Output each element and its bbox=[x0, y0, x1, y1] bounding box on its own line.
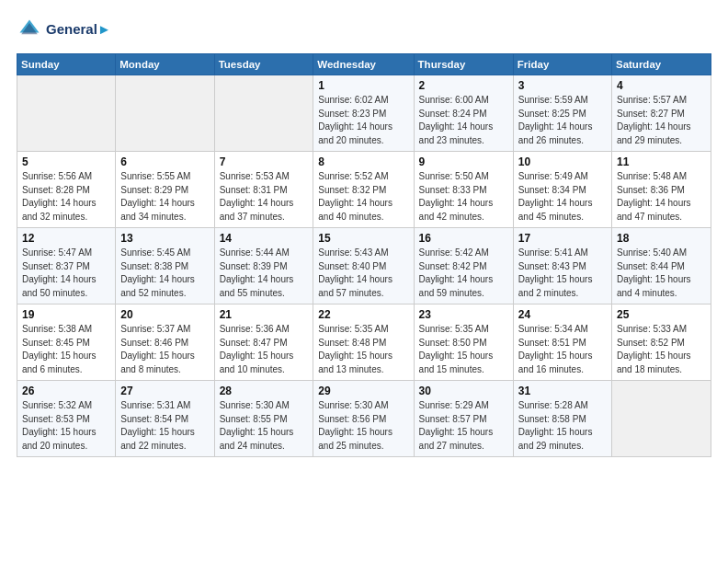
day-info: Sunrise: 5:30 AMSunset: 8:56 PMDaylight:… bbox=[318, 399, 408, 453]
calendar-week-1: 1Sunrise: 6:02 AMSunset: 8:23 PMDaylight… bbox=[17, 75, 711, 152]
day-info: Sunrise: 5:35 AMSunset: 8:50 PMDaylight:… bbox=[419, 323, 508, 376]
calendar-cell: 1Sunrise: 6:02 AMSunset: 8:23 PMDaylight… bbox=[313, 75, 414, 152]
day-number: 20 bbox=[120, 308, 209, 321]
day-info: Sunrise: 5:34 AMSunset: 8:51 PMDaylight:… bbox=[518, 323, 607, 376]
calendar-cell bbox=[214, 75, 313, 152]
day-number: 5 bbox=[22, 155, 110, 168]
day-number: 23 bbox=[419, 308, 508, 321]
calendar-week-2: 5Sunrise: 5:56 AMSunset: 8:28 PMDaylight… bbox=[17, 152, 711, 228]
calendar-cell: 8Sunrise: 5:52 AMSunset: 8:32 PMDaylight… bbox=[313, 152, 414, 228]
calendar-cell: 21Sunrise: 5:36 AMSunset: 8:47 PMDayligh… bbox=[214, 304, 313, 381]
calendar-cell: 6Sunrise: 5:55 AMSunset: 8:29 PMDaylight… bbox=[116, 152, 214, 228]
calendar-cell bbox=[611, 381, 711, 457]
day-info: Sunrise: 5:56 AMSunset: 8:28 PMDaylight:… bbox=[22, 170, 110, 224]
day-info: Sunrise: 5:32 AMSunset: 8:53 PMDaylight:… bbox=[22, 399, 110, 453]
day-number: 29 bbox=[318, 385, 408, 397]
day-number: 13 bbox=[120, 232, 209, 245]
calendar-week-5: 26Sunrise: 5:32 AMSunset: 8:53 PMDayligh… bbox=[17, 381, 711, 457]
calendar-week-3: 12Sunrise: 5:47 AMSunset: 8:37 PMDayligh… bbox=[17, 228, 711, 304]
logo-text: General► bbox=[46, 22, 111, 38]
calendar-cell bbox=[17, 75, 116, 152]
calendar-cell: 22Sunrise: 5:35 AMSunset: 8:48 PMDayligh… bbox=[313, 304, 414, 381]
weekday-header-saturday: Saturday bbox=[611, 54, 711, 75]
calendar-cell: 24Sunrise: 5:34 AMSunset: 8:51 PMDayligh… bbox=[513, 304, 611, 381]
day-number: 1 bbox=[318, 79, 408, 92]
day-info: Sunrise: 5:50 AMSunset: 8:33 PMDaylight:… bbox=[419, 170, 508, 224]
day-info: Sunrise: 5:53 AMSunset: 8:31 PMDaylight:… bbox=[220, 170, 309, 224]
calendar-cell: 3Sunrise: 5:59 AMSunset: 8:25 PMDaylight… bbox=[513, 75, 611, 152]
day-info: Sunrise: 5:55 AMSunset: 8:29 PMDaylight:… bbox=[120, 170, 209, 224]
day-number: 18 bbox=[617, 232, 706, 245]
day-info: Sunrise: 5:41 AMSunset: 8:43 PMDaylight:… bbox=[518, 247, 607, 300]
calendar-cell: 31Sunrise: 5:28 AMSunset: 8:58 PMDayligh… bbox=[513, 381, 611, 457]
day-info: Sunrise: 5:45 AMSunset: 8:38 PMDaylight:… bbox=[120, 247, 209, 300]
day-info: Sunrise: 5:44 AMSunset: 8:39 PMDaylight:… bbox=[220, 247, 309, 300]
day-number: 2 bbox=[419, 79, 508, 92]
day-number: 15 bbox=[318, 232, 408, 245]
calendar-cell: 13Sunrise: 5:45 AMSunset: 8:38 PMDayligh… bbox=[116, 228, 214, 304]
weekday-header-wednesday: Wednesday bbox=[313, 54, 414, 75]
weekday-header-tuesday: Tuesday bbox=[214, 54, 313, 75]
calendar-cell bbox=[116, 75, 214, 152]
calendar-cell: 7Sunrise: 5:53 AMSunset: 8:31 PMDaylight… bbox=[214, 152, 313, 228]
day-number: 6 bbox=[120, 155, 209, 168]
calendar-cell: 30Sunrise: 5:29 AMSunset: 8:57 PMDayligh… bbox=[414, 381, 513, 457]
calendar-cell: 4Sunrise: 5:57 AMSunset: 8:27 PMDaylight… bbox=[611, 75, 711, 152]
calendar-cell: 10Sunrise: 5:49 AMSunset: 8:34 PMDayligh… bbox=[513, 152, 611, 228]
calendar-table: SundayMondayTuesdayWednesdayThursdayFrid… bbox=[17, 53, 711, 457]
day-info: Sunrise: 5:57 AMSunset: 8:27 PMDaylight:… bbox=[617, 94, 706, 147]
day-info: Sunrise: 5:36 AMSunset: 8:47 PMDaylight:… bbox=[220, 323, 309, 376]
weekday-header-thursday: Thursday bbox=[414, 54, 513, 75]
day-number: 31 bbox=[518, 385, 607, 397]
calendar-cell: 12Sunrise: 5:47 AMSunset: 8:37 PMDayligh… bbox=[17, 228, 116, 304]
day-number: 10 bbox=[518, 155, 607, 168]
calendar-cell: 25Sunrise: 5:33 AMSunset: 8:52 PMDayligh… bbox=[611, 304, 711, 381]
logo-icon bbox=[17, 17, 42, 42]
day-number: 24 bbox=[518, 308, 607, 321]
day-info: Sunrise: 5:33 AMSunset: 8:52 PMDaylight:… bbox=[617, 323, 706, 376]
calendar-header-row: SundayMondayTuesdayWednesdayThursdayFrid… bbox=[17, 54, 711, 75]
day-number: 30 bbox=[419, 385, 508, 397]
calendar-cell: 20Sunrise: 5:37 AMSunset: 8:46 PMDayligh… bbox=[116, 304, 214, 381]
day-info: Sunrise: 5:38 AMSunset: 8:45 PMDaylight:… bbox=[22, 323, 110, 376]
day-number: 12 bbox=[22, 232, 110, 245]
day-info: Sunrise: 5:49 AMSunset: 8:34 PMDaylight:… bbox=[518, 170, 607, 224]
day-info: Sunrise: 5:31 AMSunset: 8:54 PMDaylight:… bbox=[120, 399, 209, 453]
day-number: 21 bbox=[220, 308, 309, 321]
weekday-header-friday: Friday bbox=[513, 54, 611, 75]
calendar-cell: 19Sunrise: 5:38 AMSunset: 8:45 PMDayligh… bbox=[17, 304, 116, 381]
calendar-cell: 16Sunrise: 5:42 AMSunset: 8:42 PMDayligh… bbox=[414, 228, 513, 304]
day-number: 17 bbox=[518, 232, 607, 245]
calendar-cell: 29Sunrise: 5:30 AMSunset: 8:56 PMDayligh… bbox=[313, 381, 414, 457]
day-number: 25 bbox=[617, 308, 706, 321]
day-number: 26 bbox=[22, 385, 110, 397]
day-number: 7 bbox=[220, 155, 309, 168]
calendar-cell: 14Sunrise: 5:44 AMSunset: 8:39 PMDayligh… bbox=[214, 228, 313, 304]
day-number: 14 bbox=[220, 232, 309, 245]
calendar-cell: 11Sunrise: 5:48 AMSunset: 8:36 PMDayligh… bbox=[611, 152, 711, 228]
day-info: Sunrise: 5:35 AMSunset: 8:48 PMDaylight:… bbox=[318, 323, 408, 376]
day-info: Sunrise: 5:40 AMSunset: 8:44 PMDaylight:… bbox=[617, 247, 706, 300]
day-number: 8 bbox=[318, 155, 408, 168]
day-number: 16 bbox=[419, 232, 508, 245]
calendar-cell: 23Sunrise: 5:35 AMSunset: 8:50 PMDayligh… bbox=[414, 304, 513, 381]
calendar-cell: 9Sunrise: 5:50 AMSunset: 8:33 PMDaylight… bbox=[414, 152, 513, 228]
day-info: Sunrise: 5:59 AMSunset: 8:25 PMDaylight:… bbox=[518, 94, 607, 147]
day-info: Sunrise: 5:43 AMSunset: 8:40 PMDaylight:… bbox=[318, 247, 408, 300]
day-number: 4 bbox=[617, 79, 706, 92]
page: General► SundayMondayTuesdayWednesdayThu… bbox=[0, 0, 728, 563]
day-number: 22 bbox=[318, 308, 408, 321]
day-info: Sunrise: 5:37 AMSunset: 8:46 PMDaylight:… bbox=[120, 323, 209, 376]
calendar-cell: 18Sunrise: 5:40 AMSunset: 8:44 PMDayligh… bbox=[611, 228, 711, 304]
calendar-cell: 15Sunrise: 5:43 AMSunset: 8:40 PMDayligh… bbox=[313, 228, 414, 304]
header: General► bbox=[17, 17, 711, 42]
weekday-header-sunday: Sunday bbox=[17, 54, 116, 75]
calendar-cell: 26Sunrise: 5:32 AMSunset: 8:53 PMDayligh… bbox=[17, 381, 116, 457]
day-number: 27 bbox=[120, 385, 209, 397]
day-info: Sunrise: 5:29 AMSunset: 8:57 PMDaylight:… bbox=[419, 399, 508, 453]
logo-line1: General► bbox=[46, 22, 111, 38]
day-info: Sunrise: 5:52 AMSunset: 8:32 PMDaylight:… bbox=[318, 170, 408, 224]
calendar-cell: 27Sunrise: 5:31 AMSunset: 8:54 PMDayligh… bbox=[116, 381, 214, 457]
day-info: Sunrise: 5:30 AMSunset: 8:55 PMDaylight:… bbox=[220, 399, 309, 453]
calendar-cell: 5Sunrise: 5:56 AMSunset: 8:28 PMDaylight… bbox=[17, 152, 116, 228]
